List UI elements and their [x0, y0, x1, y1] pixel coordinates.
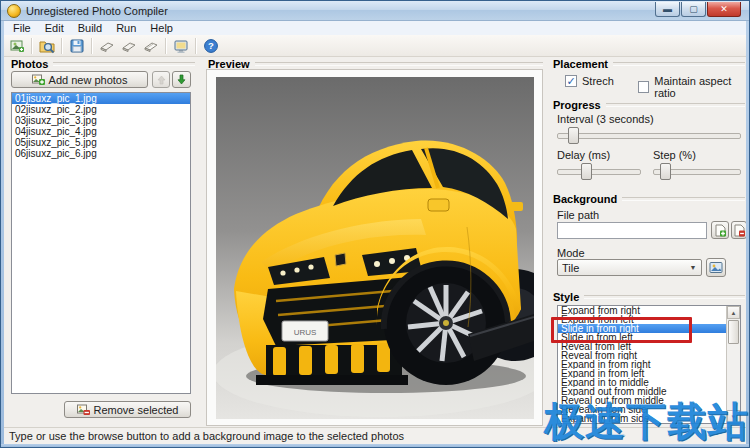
close-button[interactable]: ✕: [707, 2, 741, 17]
photos-section-header: Photos: [11, 58, 195, 70]
photo-list-item[interactable]: 02jisuxz_pic_2.jpg: [12, 104, 190, 115]
build-book-icon[interactable]: [118, 37, 140, 55]
slider-thumb[interactable]: [568, 127, 579, 144]
style-section-header: Style: [553, 291, 745, 303]
license-plate-text: URUS: [294, 328, 317, 337]
browse-icon[interactable]: [36, 37, 58, 55]
app-icon: [7, 4, 21, 18]
window-title: Unregistered Photo Compiler: [26, 5, 168, 17]
step-label: Step (%): [653, 149, 696, 161]
delay-slider[interactable]: [557, 163, 641, 178]
status-bar: Type or use the browse button to add a b…: [2, 427, 748, 444]
photo-list-item[interactable]: 06jisuxz_pic_6.jpg: [12, 148, 190, 159]
style-option[interactable]: Expand in to middle: [558, 378, 726, 387]
move-up-button[interactable]: [152, 71, 170, 88]
toolbar: ?: [2, 35, 748, 57]
slider-track[interactable]: [557, 133, 741, 139]
window-border: [1, 444, 749, 447]
compile-icon[interactable]: [96, 37, 118, 55]
add-file-icon: [714, 224, 727, 237]
chevron-down-icon: ▼: [685, 260, 701, 275]
photos-title: Photos: [11, 58, 48, 70]
preview-image: URUS: [216, 77, 534, 419]
photos-list[interactable]: 01jisuxz_pic_1.jpg 02jisuxz_pic_2.jpg 03…: [11, 92, 191, 394]
style-option[interactable]: Reveal out from middle: [558, 396, 726, 405]
mode-dropdown[interactable]: Tile ▼: [557, 259, 702, 276]
apply-mode-button[interactable]: [706, 258, 726, 277]
stretch-checkbox[interactable]: ✓ Strech: [565, 75, 614, 87]
placement-title: Placement: [553, 58, 608, 70]
menu-run[interactable]: Run: [109, 21, 143, 35]
add-photos-icon[interactable]: [6, 37, 28, 55]
red-highlight-annotation: [551, 317, 692, 343]
file-path-label: File path: [557, 209, 599, 221]
maximize-button[interactable]: ▢: [681, 2, 706, 17]
photo-list-item[interactable]: 05jisuxz_pic_5.jpg: [12, 137, 190, 148]
maintain-aspect-ratio-label: Maintain aspect ratio: [654, 75, 749, 99]
checkbox-unchecked-icon: [638, 81, 649, 93]
remove-selected-button[interactable]: Remove selected: [64, 401, 191, 418]
checkbox-checked-icon: ✓: [565, 75, 577, 87]
scroll-down-icon[interactable]: ▼: [727, 410, 740, 423]
add-new-photos-label: Add new photos: [49, 74, 128, 86]
slider-thumb[interactable]: [660, 163, 671, 180]
delay-label: Delay (ms): [557, 149, 610, 161]
apply-image-icon: [709, 261, 723, 274]
interval-label: Interval (3 seconds): [557, 113, 654, 125]
minimize-button[interactable]: ▬: [655, 2, 680, 17]
title-bar[interactable]: Unregistered Photo Compiler ▬ ▢ ✕: [1, 1, 749, 21]
style-option[interactable]: Expand in from right: [558, 360, 726, 369]
style-option[interactable]: Expand out from middle: [558, 387, 726, 396]
style-option[interactable]: Expand in from side: [558, 414, 726, 423]
preview-display-icon[interactable]: [170, 37, 192, 55]
add-photo-icon: [32, 74, 45, 86]
window-border: [1, 21, 4, 447]
clear-background-button[interactable]: [731, 221, 747, 239]
svg-text:?: ?: [208, 40, 214, 51]
photo-compiler-window: Unregistered Photo Compiler ▬ ▢ ✕ File E…: [0, 0, 750, 448]
menu-help[interactable]: Help: [143, 21, 180, 35]
slider-track[interactable]: [557, 169, 641, 175]
status-text: Type or use the browse button to add a b…: [9, 430, 404, 442]
slider-thumb[interactable]: [581, 163, 592, 180]
add-new-photos-button[interactable]: Add new photos: [11, 71, 148, 88]
help-icon[interactable]: ?: [200, 37, 222, 55]
background-section-header: Background: [553, 193, 745, 205]
remove-file-icon: [733, 224, 746, 237]
style-list-scrollbar[interactable]: ▲ ▼: [726, 306, 740, 423]
photo-list-item[interactable]: 01jisuxz_pic_1.jpg: [12, 93, 190, 104]
progress-section-header: Progress: [553, 99, 745, 111]
style-title: Style: [553, 291, 579, 303]
up-arrow-icon: [157, 75, 166, 85]
preview-panel: URUS: [206, 69, 543, 426]
menu-build[interactable]: Build: [71, 21, 109, 35]
move-down-button[interactable]: [172, 71, 191, 88]
photo-list-item[interactable]: 03jisuxz_pic_3.jpg: [12, 115, 190, 126]
file-path-input[interactable]: [557, 222, 707, 239]
progress-title: Progress: [553, 99, 601, 111]
placement-section-header: Placement: [553, 58, 745, 70]
photo-list-item[interactable]: 04jisuxz_pic_4.jpg: [12, 126, 190, 137]
scroll-up-icon[interactable]: ▲: [727, 306, 740, 319]
mode-value: Tile: [562, 262, 579, 274]
mode-label: Mode: [557, 247, 585, 259]
maintain-aspect-ratio-checkbox[interactable]: Maintain aspect ratio: [638, 75, 749, 99]
stretch-label: Strech: [582, 75, 614, 87]
scrollbar-thumb[interactable]: [728, 320, 739, 344]
menu-file[interactable]: File: [6, 21, 38, 35]
style-option[interactable]: Reveal in from side: [558, 405, 726, 414]
step-slider[interactable]: [653, 163, 741, 178]
style-option[interactable]: Reveal from right: [558, 351, 726, 360]
browse-background-button[interactable]: [711, 221, 729, 239]
save-icon[interactable]: [66, 37, 88, 55]
publish-book-icon[interactable]: [140, 37, 162, 55]
background-title: Background: [553, 193, 617, 205]
style-option[interactable]: Expand in from left: [558, 369, 726, 378]
menu-edit[interactable]: Edit: [38, 21, 71, 35]
style-option[interactable]: Reveal from left: [558, 342, 726, 351]
window-border: [746, 21, 749, 447]
menu-bar: File Edit Build Run Help: [2, 21, 748, 35]
remove-photo-icon: [77, 404, 90, 416]
interval-slider[interactable]: [557, 127, 741, 142]
style-option[interactable]: Expand from right: [558, 306, 726, 315]
